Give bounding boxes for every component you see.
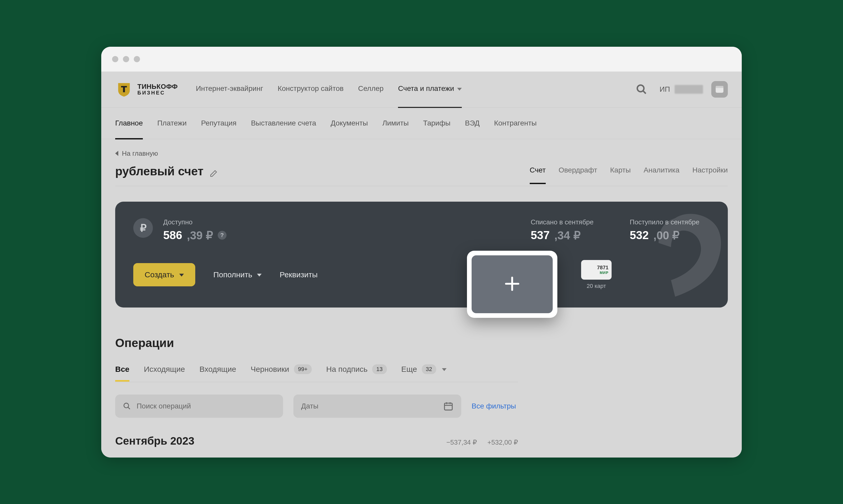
svg-line-7 (128, 407, 130, 409)
ops-tab-incoming[interactable]: Входящие (199, 365, 236, 374)
page-title: рублевый счет (115, 164, 218, 178)
ruble-icon: ₽ (133, 218, 153, 238)
received-label: Поступило в сентябре (630, 218, 699, 226)
chevron-down-icon (257, 274, 262, 276)
cards-count: 20 карт (587, 283, 606, 289)
month-out: −537,34 ₽ (446, 438, 477, 446)
window-titlebar (101, 47, 742, 72)
dates-input[interactable] (301, 402, 437, 410)
user-prefix: ИП (660, 85, 670, 93)
cards-block[interactable]: 7871 МИР 20 карт (581, 260, 612, 289)
plus-icon (503, 274, 521, 294)
ops-tab-all[interactable]: Все (115, 365, 129, 374)
month-in: +532,00 ₽ (487, 438, 518, 446)
shield-icon (115, 80, 133, 98)
spent-value: 537,34 ₽ (531, 229, 594, 242)
mini-card[interactable]: 7871 МИР (581, 260, 612, 280)
content: На главную рублевый счет Счет Овердрафт … (101, 139, 742, 457)
ops-tab-more[interactable]: Еще 32 (401, 364, 447, 374)
available-value: 586,39 ₽ ? (163, 229, 227, 242)
balance-card: ₽ Доступно 586,39 ₽ ? Списано в сентябре… (115, 202, 728, 307)
chevron-down-icon (442, 368, 447, 371)
section-tab-overdraft[interactable]: Овердрафт (559, 166, 597, 176)
add-card-button[interactable] (472, 255, 553, 313)
month-totals: −537,34 ₽ +532,00 ₽ (446, 438, 518, 446)
top-nav-items: Интернет-эквайринг Конструктор сайтов Се… (196, 85, 462, 94)
app-window: ТИНЬКОФФ БИЗНЕС Интернет-эквайринг Конст… (101, 47, 742, 457)
filter-row: Все фильтры (115, 395, 518, 418)
subnav-main[interactable]: Главное (115, 119, 143, 127)
card-last4: 7871 (597, 265, 609, 271)
received-value: 532,00 ₽ (630, 229, 699, 242)
card-system: МИР (600, 271, 609, 275)
window-min-dot[interactable] (123, 56, 129, 62)
calendar-icon[interactable] (443, 401, 453, 411)
top-nav: ТИНЬКОФФ БИЗНЕС Интернет-эквайринг Конст… (101, 72, 742, 108)
subnav-tariffs[interactable]: Тарифы (423, 119, 450, 127)
section-tabs: Счет Овердрафт Карты Аналитика Настройки (530, 166, 728, 176)
ops-tab-drafts[interactable]: Черновики 99+ (251, 364, 312, 374)
balance-actions: Создать Пополнить Реквизиты 7871 МИР 20 … (133, 260, 710, 289)
section-tab-cards[interactable]: Карты (610, 166, 631, 176)
section-tab-account[interactable]: Счет (530, 166, 546, 176)
all-filters-link[interactable]: Все фильтры (472, 402, 516, 410)
topnav-seller[interactable]: Селлер (358, 85, 383, 94)
svg-rect-8 (445, 403, 452, 410)
subnav-documents[interactable]: Документы (330, 119, 368, 127)
chevron-down-icon (179, 274, 184, 276)
section-tab-settings[interactable]: Настройки (693, 166, 728, 176)
user-name-redacted (675, 85, 703, 94)
brand-line1: ТИНЬКОФФ (138, 83, 178, 90)
breadcrumb-back[interactable]: На главную (115, 149, 728, 158)
search-input-wrap[interactable] (115, 395, 283, 418)
topnav-accounts-payments[interactable]: Счета и платежи (398, 85, 462, 94)
spent-label: Списано в сентябре (531, 218, 594, 226)
svg-rect-3 (716, 86, 723, 88)
subnav-ved[interactable]: ВЭД (465, 119, 480, 127)
search-icon[interactable] (636, 84, 647, 95)
svg-point-0 (637, 85, 644, 92)
operations-title: Операции (115, 336, 728, 350)
brand-line2: БИЗНЕС (138, 90, 178, 95)
badge: 99+ (294, 364, 312, 374)
topnav-sitebuilder[interactable]: Конструктор сайтов (277, 85, 344, 94)
add-card-highlight[interactable] (467, 251, 557, 318)
window-close-dot[interactable] (112, 56, 118, 62)
balance-top: ₽ Доступно 586,39 ₽ ? Списано в сентябре… (133, 218, 710, 242)
edit-icon[interactable] (209, 167, 218, 176)
subnav-counterparties[interactable]: Контрагенты (494, 119, 537, 127)
topnav-acquiring[interactable]: Интернет-эквайринг (196, 85, 263, 94)
ops-tab-outgoing[interactable]: Исходящие (144, 365, 185, 374)
badge: 32 (422, 364, 436, 374)
month-title: Сентябрь 2023 (115, 435, 195, 447)
chevron-down-icon (457, 88, 462, 91)
window-max-dot[interactable] (134, 56, 140, 62)
subnav-payments[interactable]: Платежи (157, 119, 187, 127)
available-label: Доступно (163, 218, 227, 226)
svg-point-6 (124, 403, 129, 408)
subnav-reputation[interactable]: Репутация (201, 119, 237, 127)
month-row: Сентябрь 2023 −537,34 ₽ +532,00 ₽ (115, 435, 518, 457)
user-block[interactable]: ИП (660, 81, 728, 97)
dates-input-wrap[interactable] (293, 395, 461, 418)
create-button[interactable]: Создать (133, 263, 195, 286)
section-tab-analytics[interactable]: Аналитика (644, 166, 680, 176)
title-row: рублевый счет Счет Овердрафт Карты Анали… (115, 164, 728, 186)
help-icon[interactable]: ? (218, 231, 227, 240)
operations-search-input[interactable] (137, 402, 275, 410)
sub-nav: Главное Платежи Репутация Выставление сч… (101, 108, 742, 139)
chevron-left-icon (115, 151, 118, 156)
subnav-limits[interactable]: Лимиты (382, 119, 409, 127)
search-icon (123, 402, 131, 411)
ops-tab-tosign[interactable]: На подпись 13 (326, 364, 387, 374)
badge: 13 (372, 364, 387, 374)
topup-button[interactable]: Пополнить (213, 270, 262, 279)
requisites-button[interactable]: Реквизиты (280, 270, 318, 279)
operations-tabs: Все Исходящие Входящие Черновики 99+ На … (115, 364, 518, 382)
subnav-invoice[interactable]: Выставление счета (251, 119, 316, 127)
svg-line-1 (643, 91, 646, 94)
user-avatar[interactable] (711, 81, 728, 97)
brand-logo[interactable]: ТИНЬКОФФ БИЗНЕС (115, 80, 178, 98)
